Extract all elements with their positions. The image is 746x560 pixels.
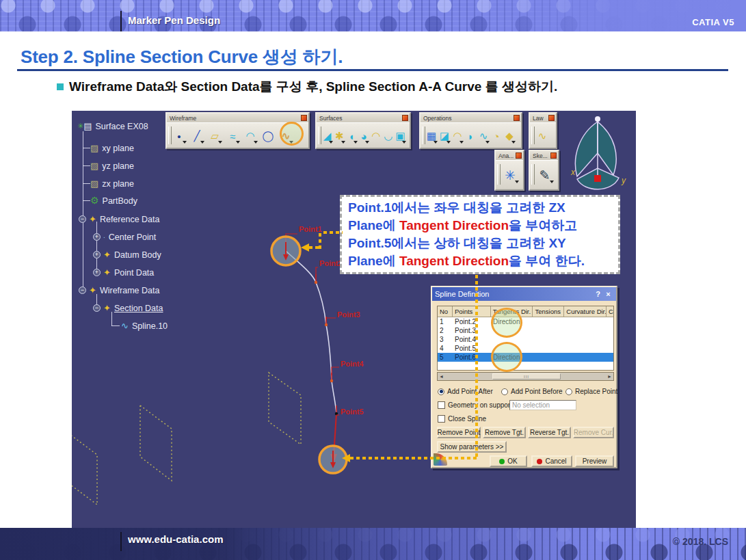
radio-label: Replace Point — [575, 388, 617, 395]
slide: Marker Pen Design CATIA V5 Step 2. Splin… — [0, 0, 746, 560]
banner-divider — [120, 11, 122, 31]
datum-plane-outline — [72, 431, 97, 505]
callout-text: Plane에 — [348, 254, 399, 268]
horizontal-scrollbar[interactable]: ◄ III ► — [437, 372, 614, 381]
bottom-banner: www.edu-catia.com © 2018. LCS — [0, 528, 746, 560]
title-underline — [17, 69, 728, 71]
col-header: Tensions — [533, 306, 564, 317]
cell-point: Point.4 — [453, 336, 491, 343]
banner-divider — [120, 532, 122, 551]
top-banner: Marker Pen Design CATIA V5 — [0, 0, 746, 31]
copyright-text: © 2018. LCS — [673, 536, 728, 547]
cell-no: 5 — [438, 354, 453, 361]
direction-highlight-circle — [491, 342, 522, 372]
cell-no: 1 — [438, 318, 453, 325]
cell-no: 3 — [438, 336, 453, 343]
radio-icon[interactable] — [565, 388, 572, 395]
label-leader — [326, 318, 336, 319]
callout-text: Point.5에서는 상하 대칭을 고려한 XY — [348, 236, 566, 250]
leader-dotted-line — [323, 231, 343, 234]
support-field[interactable]: No selection — [509, 400, 576, 410]
callout-line: Plane에 Tangent Direction을 부여하고 — [348, 217, 612, 235]
table-header-row: No Points Tangents Dir. Tensions Curvatu… — [438, 306, 613, 317]
ok-label: OK — [507, 457, 517, 465]
radio-icon[interactable] — [501, 388, 508, 395]
label-leader — [316, 267, 318, 277]
col-header: Cu — [607, 306, 613, 317]
spline-definition-dialog[interactable]: Spline Definition ? × No Points Tangents… — [431, 286, 617, 468]
radio-add-point-before[interactable]: Add Point Before — [501, 388, 563, 395]
remove-tangent-button[interactable]: Remove Tgt. — [483, 427, 526, 438]
scroll-thumb[interactable]: III — [492, 373, 561, 379]
scroll-left-icon[interactable]: ◄ — [438, 374, 444, 379]
preview-button[interactable]: Preview — [575, 455, 614, 467]
spline-points-table[interactable]: No Points Tangents Dir. Tensions Curvatu… — [437, 306, 614, 371]
table-row[interactable]: 3 Point.4 — [438, 335, 613, 344]
leader-dotted-line — [309, 246, 321, 249]
callout-text: Plane에 — [348, 218, 399, 232]
ok-dot-icon — [499, 459, 505, 464]
bullet-text: Wireframe Data와 Section Data를 구성 후, Spli… — [69, 78, 557, 96]
checkbox-label: Geometry on support — [448, 401, 512, 409]
remove-point-button[interactable]: Remove Point — [437, 427, 481, 438]
help-icon[interactable]: ? — [593, 289, 603, 299]
radio-add-point-after[interactable]: Add Point After — [438, 388, 493, 395]
presentation-title: Marker Pen Design — [128, 14, 220, 26]
radio-icon[interactable] — [438, 388, 444, 395]
scroll-right-icon[interactable]: ► — [607, 374, 613, 379]
table-row[interactable]: 4 Point.5 — [438, 344, 613, 353]
datum-plane-outline — [140, 405, 172, 481]
callout-text: Point.1에서는 좌우 대칭을 고려한 ZX — [348, 200, 565, 215]
point-marker[interactable] — [325, 323, 328, 326]
table-row-selected[interactable]: 5 Point.6 Direction — [438, 353, 613, 362]
radio-replace-point[interactable]: Replace Point — [565, 388, 617, 395]
point-label: Point4 — [341, 360, 364, 368]
callout-text: 을 부여 한다. — [509, 254, 585, 268]
cell-no: 2 — [438, 327, 453, 334]
callout-text-red: Tangent Direction — [399, 218, 509, 232]
point-marker[interactable] — [330, 379, 333, 382]
catia-brand: CATIA V5 — [692, 17, 734, 27]
leader-dotted-line — [475, 274, 478, 457]
step-title: Step 2. Spline Section Curve 생성 하기. — [21, 45, 343, 69]
checkbox-icon[interactable] — [438, 401, 445, 409]
annotation-callout: Point.1에서는 좌우 대칭을 고려한 ZX Plane에 Tangent … — [340, 195, 620, 274]
cancel-button[interactable]: Cancel — [531, 455, 572, 467]
point-label: Point3 — [337, 310, 360, 319]
leader-arrowhead — [342, 454, 350, 462]
direction-highlight-circle — [491, 308, 522, 338]
ok-button[interactable]: OK — [490, 455, 527, 467]
table-row[interactable]: 2 Point.3 — [438, 326, 613, 335]
dialog-title: Spline Definition — [435, 290, 490, 298]
datum-plane-outline — [269, 373, 301, 444]
show-parameters-button[interactable]: Show parameters >> — [437, 441, 507, 453]
radio-label: Add Point After — [447, 388, 493, 395]
dialog-titlebar[interactable]: Spline Definition ? × — [432, 287, 616, 301]
callout-text: 을 부여하고 — [509, 218, 577, 232]
col-header: Points — [453, 306, 491, 317]
cell-point: Point.5 — [453, 345, 491, 352]
radio-label: Add Point Before — [511, 388, 563, 395]
col-header: No — [438, 306, 453, 317]
cell-no: 4 — [438, 345, 453, 352]
cancel-dot-icon — [537, 459, 542, 464]
bullet-square-icon — [57, 83, 64, 90]
checkbox-icon[interactable] — [438, 415, 445, 423]
table-row[interactable]: 1 Point.2 Direction — [438, 317, 613, 326]
checkbox-close-spline[interactable]: Close Spline — [438, 415, 486, 423]
spline-curve[interactable] — [286, 251, 336, 414]
checkbox-label: Close Spline — [448, 415, 486, 423]
cell-point: Point.3 — [453, 327, 491, 334]
website-url[interactable]: www.edu-catia.com — [128, 533, 223, 545]
callout-line: Point.1에서는 좌우 대칭을 고려한 ZX — [348, 199, 612, 217]
cancel-label: Cancel — [545, 457, 566, 465]
cell-point: Point.6 — [453, 354, 491, 361]
close-icon[interactable]: × — [603, 289, 613, 299]
label-leader — [332, 367, 339, 375]
callout-text-red: Tangent Direction — [399, 254, 509, 268]
point-marker[interactable] — [315, 281, 317, 284]
col-header: Curvature Dir. — [564, 306, 607, 317]
cell-point: Point.2 — [453, 318, 491, 325]
point-label: Point2 — [319, 259, 343, 267]
reverse-tangent-button[interactable]: Reverse Tgt. — [528, 427, 571, 438]
